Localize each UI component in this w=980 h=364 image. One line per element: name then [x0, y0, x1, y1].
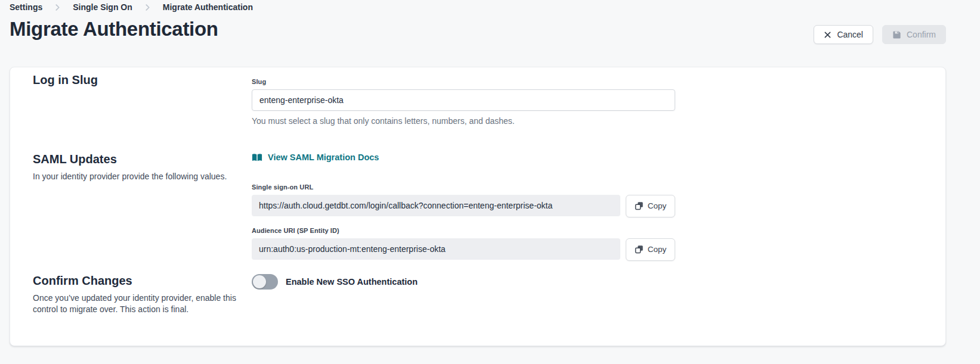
audience-uri-label: Audience URI (SP Entity ID) — [252, 227, 675, 234]
saml-updates-heading: SAML Updates — [33, 153, 252, 166]
confirm-button-label: Confirm — [907, 30, 936, 39]
slug-input[interactable] — [252, 89, 675, 111]
breadcrumb-item-settings[interactable]: Settings — [10, 2, 42, 12]
cancel-button-label: Cancel — [837, 30, 863, 39]
login-slug-section: Log in Slug Slug You must select a slug … — [33, 73, 945, 126]
enable-sso-toggle-label: Enable New SSO Authentication — [286, 277, 418, 287]
saml-updates-description: In your identity provider provide the fo… — [33, 171, 252, 182]
page-title: Migrate Authentication — [10, 18, 218, 41]
confirm-changes-section: Confirm Changes Once you’ve updated your… — [33, 274, 945, 316]
audience-uri-field: urn:auth0:us-production-mt:enteng-enterp… — [252, 238, 620, 260]
copy-button-label: Copy — [648, 245, 667, 254]
chevron-right-icon — [54, 4, 61, 11]
confirm-changes-description: Once you’ve updated your identity provid… — [33, 293, 248, 316]
enable-sso-toggle[interactable] — [252, 274, 278, 290]
book-icon — [252, 153, 262, 162]
copy-icon — [635, 201, 644, 210]
migrate-authentication-card: Log in Slug Slug You must select a slug … — [10, 67, 946, 346]
confirm-changes-heading: Confirm Changes — [33, 274, 252, 288]
sso-url-label: Single sign-on URL — [252, 183, 675, 191]
breadcrumb-item-single-sign-on[interactable]: Single Sign On — [73, 2, 132, 12]
chevron-right-icon — [144, 4, 151, 11]
cancel-button[interactable]: Cancel — [814, 25, 873, 44]
sso-url-field: https://auth.cloud.getdbt.com/login/call… — [252, 195, 620, 216]
breadcrumb: Settings Single Sign On Migrate Authenti… — [10, 2, 253, 12]
toggle-knob — [253, 275, 266, 288]
slug-label: Slug — [252, 78, 675, 85]
copy-icon — [635, 245, 644, 254]
login-slug-heading: Log in Slug — [33, 73, 252, 87]
confirm-button[interactable]: Confirm — [882, 25, 946, 44]
copy-audience-uri-button[interactable]: Copy — [626, 238, 675, 261]
breadcrumb-item-migrate-authentication: Migrate Authentication — [163, 2, 253, 12]
close-icon — [824, 31, 831, 39]
header-actions: Cancel Confirm — [814, 25, 946, 44]
copy-sso-url-button[interactable]: Copy — [626, 195, 675, 217]
copy-button-label: Copy — [648, 201, 667, 210]
saml-updates-section: SAML Updates In your identity provider p… — [33, 153, 945, 261]
save-icon — [892, 30, 901, 39]
view-saml-migration-docs-link[interactable]: View SAML Migration Docs — [252, 153, 379, 162]
docs-link-label: View SAML Migration Docs — [268, 153, 379, 162]
slug-helper-text: You must select a slug that only contain… — [252, 116, 675, 126]
